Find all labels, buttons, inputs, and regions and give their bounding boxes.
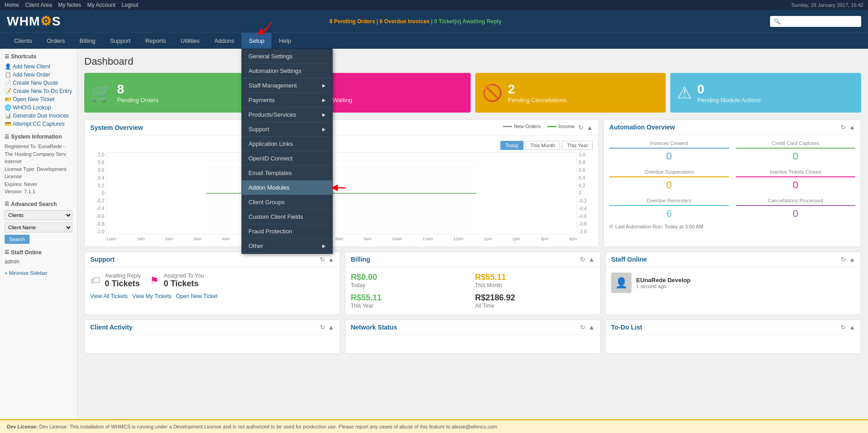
staff-online-collapse[interactable]: ▲ [849,256,855,263]
billing-alltime-label: All Time [475,303,595,309]
staff-online-refresh[interactable]: ↻ [841,256,846,263]
create-new-quote-link[interactable]: 📄 Create New Quote [5,79,72,87]
invoices-created-value: 0 [609,150,729,162]
client-activity-header: Client Activity ↻ ▲ [85,320,340,335]
support-collapse[interactable]: ▲ [328,256,334,263]
y-axis-right: 1.00.80.60.40.20-0.2-0.4-0.6-0.8-1.0 [577,152,593,234]
dropdown-automation-settings[interactable]: Automation Settings [242,64,332,78]
tag-icon: 🏷 [90,275,100,287]
flag-icon: ⚑ [150,275,159,287]
search-field-select[interactable]: Client Name [5,222,72,232]
client-activity-refresh[interactable]: ↻ [320,324,325,331]
dropdown-support[interactable]: Support ▶ [242,122,332,137]
my-notes-link[interactable]: My Notes [58,2,81,8]
client-activity-panel: Client Activity ↻ ▲ [84,320,340,354]
open-ticket-link[interactable]: 🎫 Open New Ticket [5,95,72,103]
client-area-link[interactable]: Client Area [25,2,52,8]
new-orders-legend [503,126,512,127]
billing-collapse[interactable]: ▲ [588,256,595,263]
home-link[interactable]: Home [5,2,19,8]
automation-refresh[interactable]: ↻ [841,124,846,131]
chart-wrapper: 1.00.80.60.40.20-0.2-0.4-0.6-0.8-1.0 [90,152,593,241]
nav-addons[interactable]: Addons [207,33,241,49]
admin-name: admin [5,258,72,265]
system-overview-refresh[interactable]: ↻ [578,124,584,131]
add-new-order-link[interactable]: 📋 Add New Order [5,71,72,79]
whois-link[interactable]: 🌐 WHOIS Lookup [5,103,72,112]
minimise-sidebar-link[interactable]: + Minimise Sidebar [5,270,72,276]
search-type-select[interactable]: Clients [5,210,72,220]
network-status-panel: Network Status ↻ ▲ [345,320,601,354]
invoices-created-item: Invoices Created 0 [609,140,729,162]
tab-today[interactable]: Today [500,141,524,150]
network-status-refresh[interactable]: ↻ [580,324,586,331]
system-overview-collapse[interactable]: ▲ [586,124,593,131]
dropdown-application-links[interactable]: Application Links [242,137,332,151]
page-body: Shortcuts 👤 Add New Client 📋 Add New Ord… [0,49,868,433]
nav-orders[interactable]: Orders [40,33,72,49]
generate-invoices-link[interactable]: 📊 Generate Due Invoices [5,112,72,120]
pending-module-actions-card[interactable]: ⚠ 0 Pending Module Actions [670,73,861,113]
logout-link[interactable]: Logout [122,2,139,8]
tab-this-year[interactable]: This Year [562,141,593,150]
todo-collapse[interactable]: ▲ [849,324,855,331]
system-overview-header: System Overview New Orders Income [85,120,598,135]
nav-support[interactable]: Support [103,33,138,49]
nav-setup[interactable]: Setup [241,33,272,49]
dropdown-email-templates[interactable]: Email Templates [242,166,332,180]
overdue-reminders-value: 6 [609,208,729,220]
nav-clients[interactable]: Clients [7,33,40,49]
setup-dropdown-menu: General Settings Automation Settings Sta… [241,49,333,254]
search-input[interactable] [770,16,861,27]
billing-month-label: This Month [475,282,595,289]
x-axis-labels: 12am1am2am3am4am5am6am7am8am9am10am11am1… [106,237,577,241]
overdue-suspensions-label: Overdue Suspensions [609,169,729,177]
dropdown-staff-management[interactable]: Staff Management ▶ [242,78,332,93]
create-todo-link[interactable]: 📝 Create New To-Do Entry [5,87,72,95]
billing-this-month: R$55.11 This Month [475,273,595,289]
dropdown-general-settings[interactable]: General Settings [242,49,332,64]
view-my-tickets-link[interactable]: View My Tickets [132,293,171,299]
stat-cards-row: 🛒 8 Pending Orders 💬 0 Tickets Waiting 🚫… [84,73,861,113]
invoices-created-label: Invoices Created [609,140,729,149]
tickets-alert[interactable]: 0 Ticket(s) Awaiting Reply [434,18,502,25]
inactive-tickets-value: 0 [736,179,855,191]
client-activity-body [85,335,340,353]
add-new-client-link[interactable]: 👤 Add New Client [5,62,72,71]
client-activity-collapse[interactable]: ▲ [328,324,334,331]
nav-billing[interactable]: Billing [72,33,103,49]
billing-refresh[interactable]: ↻ [580,256,586,263]
dropdown-custom-client-fields[interactable]: Custom Client Fields [242,210,332,224]
network-status-collapse[interactable]: ▲ [588,324,595,331]
search-button[interactable]: Search [5,235,30,244]
dropdown-payments[interactable]: Payments ▶ [242,93,332,108]
overdue-invoices-alert[interactable]: 6 Overdue Invoices [380,18,430,25]
todo-refresh[interactable]: ↻ [841,324,846,331]
nav-utilities[interactable]: Utilities [173,33,207,49]
nav-help[interactable]: Help [272,33,298,49]
nav-reports[interactable]: Reports [138,33,174,49]
dropdown-fraud-protection[interactable]: Fraud Protection [242,224,332,239]
dropdown-other[interactable]: Other ▶ [242,239,332,253]
system-overview-chart [106,152,577,234]
dropdown-openid-connect[interactable]: OpenID Connect [242,151,332,166]
pending-cancellations-card[interactable]: 🚫 2 Pending Cancellations [475,73,666,113]
dropdown-addon-modules[interactable]: Addon Modules [242,180,332,195]
dropdown-client-groups[interactable]: Client Groups [242,195,332,210]
attempt-cc-link[interactable]: 💳 Attempt CC Captures [5,120,72,128]
view-all-tickets-link[interactable]: View All Tickets [90,293,128,299]
dropdown-products-services[interactable]: Products/Services ▶ [242,108,332,122]
my-account-link[interactable]: My Account [87,2,115,8]
pending-orders-alert[interactable]: 8 Pending Orders [329,18,375,25]
support-refresh[interactable]: ↻ [320,256,325,263]
support-links: View All Tickets View My Tickets Open Ne… [90,293,334,299]
client-activity-title: Client Activity [90,324,133,331]
cc-captures-item: Credit Card Captures 0 [736,140,855,162]
open-new-ticket-link[interactable]: Open New Ticket [176,293,217,299]
tab-this-month[interactable]: This Month [525,141,560,150]
staff-online-panel: Staff Online ↻ ▲ 👤 EUnaRede Develop 1 se… [605,252,861,315]
warning-icon: ⚠ [677,83,692,103]
pending-cancellations-label: Pending Cancellations [508,97,567,103]
automation-collapse[interactable]: ▲ [849,124,855,131]
staff-online-header: Staff Online ↻ ▲ [606,252,861,267]
